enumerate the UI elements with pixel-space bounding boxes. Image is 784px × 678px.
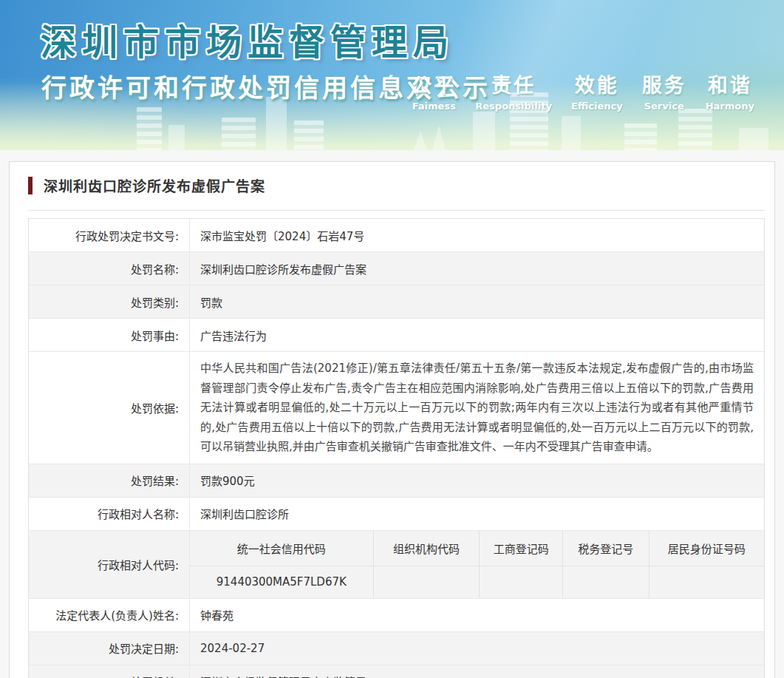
codes-value-business-reg [480, 566, 563, 598]
row-value: 深圳利齿口腔诊所发布虚假广告案 [190, 252, 764, 285]
slogan-cn: 公平 [412, 70, 456, 98]
slogan-cn: 责任 [475, 70, 552, 98]
table-row-decision-number: 行政处罚决定书文号: 深市监宝处罚〔2024〕石岩47号 [29, 219, 764, 252]
penalty-info-table: 行政处罚决定书文号: 深市监宝处罚〔2024〕石岩47号 处罚名称: 深圳利齿口… [28, 218, 765, 678]
row-value: 深圳利齿口腔诊所 [190, 498, 764, 530]
codes-value-org-code [374, 566, 480, 598]
building-shape [168, 125, 185, 150]
slogan-en: Efficiency [571, 101, 623, 112]
codes-table: 统一社会信用代码 组织机构代码 工商登记码 税务登记号 居民身份证号码 9144… [190, 531, 764, 598]
table-row-penalty-category: 处罚类别: 罚款 [29, 285, 764, 319]
table-row-legal-representative: 法定代表人(负责人)姓名: 钟春苑 [29, 599, 764, 632]
codes-value-credit-code: 91440300MA5F7LD67K [190, 566, 374, 598]
codes-value-id-number [650, 566, 764, 598]
row-label: 行政相对人名称: [29, 498, 190, 530]
row-label: 行政处罚决定书文号: [29, 219, 190, 251]
slogan-en: Service [642, 101, 686, 112]
codes-value-row: 91440300MA5F7LD67K [190, 566, 764, 598]
table-row-party-codes: 行政相对人代码: 统一社会信用代码 组织机构代码 工商登记码 税务登记号 居民身… [29, 531, 764, 599]
building-shape [266, 97, 287, 150]
codes-header-org-code: 组织机构代码 [374, 531, 480, 566]
title-marker-bar [28, 177, 33, 194]
slogan-cn: 和谐 [706, 70, 754, 98]
header-banner: 深圳市市场监督管理局 行政许可和行政处罚信用信息双公示 公平 Faimess 责… [0, 0, 784, 150]
codes-header-tax-reg: 税务登记号 [563, 531, 650, 566]
tree-shape [432, 125, 446, 150]
content-card: 深圳利齿口腔诊所发布虚假广告案 行政处罚决定书文号: 深市监宝处罚〔2024〕石… [9, 161, 775, 678]
table-row-penalty-reason: 处罚事由: 广告违法行为 [29, 319, 764, 352]
table-row-penalty-name: 处罚名称: 深圳利齿口腔诊所发布虚假广告案 [29, 252, 764, 285]
slogan-en: Faimess [412, 101, 456, 112]
row-label: 处罚类别: [29, 285, 190, 318]
row-label: 法定代表人(负责人)姓名: [29, 599, 190, 631]
building-shape [137, 107, 162, 150]
building-shape [222, 118, 256, 150]
codes-header-row: 统一社会信用代码 组织机构代码 工商登记码 税务登记号 居民身份证号码 [190, 531, 764, 566]
slogan-item: 责任 Responsibility [475, 70, 552, 112]
slogan-item: 效能 Efficiency [571, 70, 623, 112]
slogan-en: Responsibility [475, 101, 552, 112]
table-row-party-name: 行政相对人名称: 深圳利齿口腔诊所 [29, 498, 764, 531]
case-title-row: 深圳利齿口腔诊所发布虚假广告案 [28, 175, 765, 195]
row-value: 罚款900元 [190, 464, 764, 497]
building-shape [624, 123, 657, 150]
codes-header-id-number: 居民身份证号码 [650, 531, 764, 566]
row-label: 处罚机关: [29, 665, 190, 678]
building-shape [562, 116, 581, 150]
table-row-decision-date: 处罚决定日期: 2024-02-27 [29, 632, 764, 665]
row-value: 深市监宝处罚〔2024〕石岩47号 [190, 219, 764, 251]
slogan-cn: 服务 [642, 70, 686, 98]
row-label: 处罚事由: [29, 319, 190, 351]
slogan-item: 和谐 Harmony [706, 70, 754, 112]
table-row-penalty-authority: 处罚机关: 深圳市市场监督管理局宝安监管局 [29, 665, 764, 678]
row-value: 钟春苑 [190, 599, 764, 631]
slogan-cn: 效能 [571, 70, 623, 98]
row-value: 罚款 [190, 285, 764, 318]
row-value: 中华人民共和国广告法(2021修正)/第五章法律责任/第五十五条/第一款违反本法… [190, 352, 764, 464]
row-value: 深圳市市场监督管理局宝安监管局 [190, 665, 764, 678]
row-label: 行政相对人代码: [29, 531, 190, 598]
table-row-penalty-basis: 处罚依据: 中华人民共和国广告法(2021修正)/第五章法律责任/第五十五条/第… [29, 352, 764, 464]
org-title: 深圳市市场监督管理局 [41, 13, 454, 65]
row-label: 处罚结果: [29, 464, 190, 497]
codes-header-credit-code: 统一社会信用代码 [190, 531, 374, 566]
slogan-en: Harmony [706, 101, 754, 112]
row-label: 处罚名称: [29, 252, 190, 285]
codes-header-business-reg: 工商登记码 [480, 531, 563, 566]
row-value: 2024-02-27 [190, 632, 764, 665]
banner-slogan: 公平 Faimess 责任 Responsibility 效能 Efficien… [412, 70, 754, 112]
page-title: 深圳利齿口腔诊所发布虚假广告案 [44, 175, 265, 195]
title-divider [28, 210, 765, 211]
slogan-item: 服务 Service [642, 70, 686, 112]
row-label: 处罚决定日期: [29, 632, 190, 665]
row-value: 广告违法行为 [190, 319, 764, 351]
table-row-penalty-result: 处罚结果: 罚款900元 [29, 464, 764, 498]
row-label: 处罚依据: [29, 352, 190, 464]
building-shape [294, 121, 324, 150]
slogan-item: 公平 Faimess [412, 70, 456, 112]
tree-shape [414, 131, 427, 150]
codes-value-tax-reg [563, 566, 650, 598]
building-shape [473, 112, 495, 150]
building-shape [739, 128, 768, 150]
building-shape [678, 109, 712, 150]
